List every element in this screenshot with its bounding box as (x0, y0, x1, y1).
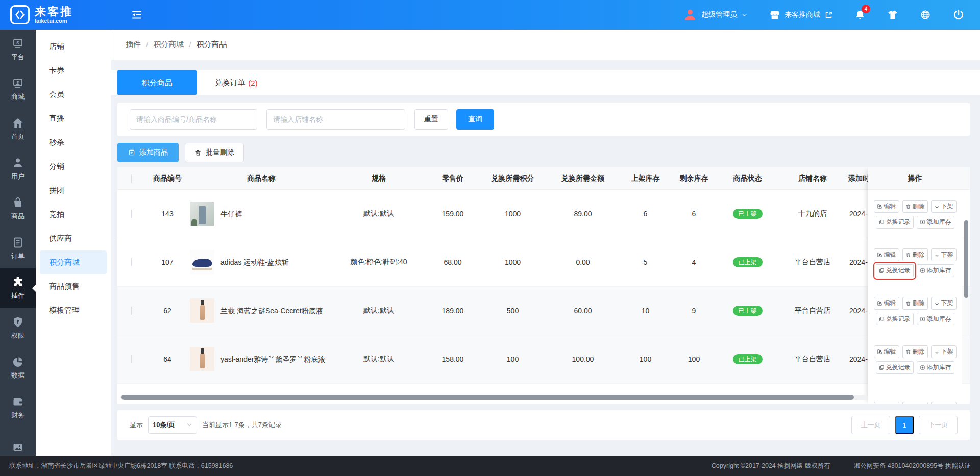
exchange-records-button[interactable]: 兑换记录 (876, 216, 914, 229)
breadcrumb-plugins[interactable]: 插件 (126, 40, 141, 49)
submenu-item-auction[interactable]: 竞拍 (40, 203, 107, 227)
edit-button[interactable]: 编辑 (874, 248, 899, 261)
notifications-button[interactable]: 4 (854, 9, 866, 20)
vertical-scrollbar-thumb[interactable] (964, 220, 968, 298)
clipboard-icon (12, 236, 24, 248)
sidebar-item-orders[interactable]: 订单 (0, 229, 36, 268)
cell-points: 1000 (481, 210, 545, 218)
exchange-records-button[interactable]: 兑换记录 (876, 313, 914, 325)
product-thumbnail (190, 202, 214, 226)
off-shelf-button[interactable]: 下架 (931, 200, 957, 213)
exchange-records-button[interactable]: 兑换记录 (876, 361, 914, 374)
horizontal-scrollbar[interactable] (120, 395, 868, 400)
sidebar-item-home[interactable]: 首页 (0, 109, 36, 149)
cell-stock-left: 9 (670, 307, 718, 315)
admin-user-menu[interactable]: 超级管理员 (683, 8, 748, 22)
sidebar-item-permissions[interactable]: 权限 (0, 308, 36, 348)
sidebar-item-goods[interactable]: 商品 (0, 189, 36, 229)
page-size-select[interactable]: 10条/页 (148, 416, 197, 434)
prev-page-button[interactable]: 上一页 (851, 416, 890, 434)
edit-button[interactable]: 编辑 (874, 402, 899, 404)
add-stock-button[interactable]: 添加库存 (917, 313, 954, 325)
sidebar-item-users[interactable]: 用户 (0, 149, 36, 189)
off-shelf-button[interactable]: 下架 (931, 402, 957, 404)
table-toolbar: 添加商品 批量删除 (117, 143, 970, 162)
shop-search-input[interactable] (266, 109, 405, 130)
submenu-item-points-mall[interactable]: 积分商城 (40, 250, 107, 274)
select-all-checkbox[interactable] (131, 174, 132, 183)
submenu-item-store[interactable]: 店铺 (40, 35, 107, 59)
footer-police-record[interactable]: 湘公网安备 43010402000895号 执照认证 (854, 462, 971, 470)
submenu-item-coupons[interactable]: 卡券 (40, 59, 107, 83)
submenu-item-live[interactable]: 直播 (40, 107, 107, 131)
cell-product-id: 62 (145, 307, 190, 315)
off-shelf-button[interactable]: 下架 (931, 345, 957, 358)
off-shelf-button[interactable]: 下架 (931, 297, 957, 310)
globe-icon (920, 9, 931, 20)
row-checkbox[interactable] (131, 307, 132, 315)
submenu-item-presale[interactable]: 商品预售 (40, 274, 107, 298)
submenu-item-templates[interactable]: 模板管理 (40, 298, 107, 322)
edit-button[interactable]: 编辑 (874, 200, 899, 213)
tab-exchange-orders[interactable]: 兑换订单 (2) (197, 70, 276, 95)
sidebar-item-plugins[interactable]: 插件 (0, 268, 36, 308)
brand-logo[interactable]: 来客推 laiketui.com (0, 5, 111, 24)
product-thumbnail (190, 250, 214, 274)
breadcrumb-points-mall[interactable]: 积分商城 (153, 40, 184, 49)
edit-button[interactable]: 编辑 (874, 297, 899, 310)
exchange-records-button-highlighted[interactable]: 兑换记录 (876, 264, 914, 277)
row-checkbox[interactable] (131, 210, 132, 218)
delete-button[interactable]: 删除 (902, 402, 928, 404)
sidebar-item-mall[interactable]: 商城 (0, 69, 36, 109)
sidebar-item-data[interactable]: 数据 (0, 348, 36, 388)
horizontal-scrollbar-thumb[interactable] (121, 395, 854, 400)
sidebar-item-finance[interactable]: 财务 (0, 388, 36, 428)
theme-button[interactable] (887, 9, 898, 20)
cell-stock-on: 5 (621, 258, 670, 266)
sidebar-item-platform[interactable]: 平台 (0, 30, 36, 69)
wallet-icon (12, 395, 24, 408)
tab-points-goods[interactable]: 积分商品 (117, 70, 197, 95)
search-button[interactable]: 查询 (456, 109, 494, 130)
batch-delete-button[interactable]: 批量删除 (185, 143, 244, 162)
delete-button[interactable]: 删除 (902, 200, 928, 213)
next-page-button[interactable]: 下一页 (919, 416, 958, 434)
edit-button[interactable]: 编辑 (874, 345, 899, 358)
logout-button[interactable] (952, 9, 965, 21)
row-checkbox[interactable] (131, 258, 132, 266)
submenu-item-supplier[interactable]: 供应商 (40, 227, 107, 250)
row-checkbox[interactable] (131, 355, 132, 363)
header-stock-left: 剩余库存 (670, 174, 718, 183)
trash-icon (905, 300, 911, 306)
reset-button[interactable]: 重置 (414, 109, 448, 130)
add-stock-button[interactable]: 添加库存 (917, 361, 954, 374)
delete-button[interactable]: 删除 (902, 345, 928, 358)
delete-button[interactable]: 删除 (902, 248, 928, 261)
submenu-item-flash-sale[interactable]: 秒杀 (40, 131, 107, 155)
secondary-sidebar: 店铺 卡券 会员 直播 秒杀 分销 拼团 竞拍 供应商 积分商城 商品预售 模板… (36, 30, 111, 456)
language-button[interactable] (920, 9, 931, 20)
product-search-input[interactable] (130, 109, 257, 130)
edit-icon (877, 252, 883, 258)
cell-stock-left: 4 (670, 258, 718, 266)
sidebar-item-media[interactable] (0, 428, 36, 456)
trash-icon (194, 149, 202, 156)
submenu-item-group-buy[interactable]: 拼团 (40, 179, 107, 203)
footer-address: 联系地址：湖南省长沙市岳麓区绿地中央广场6栋2018室 联系电话：6159816… (9, 462, 233, 470)
page-number-button[interactable]: 1 (895, 416, 914, 434)
submenu-item-members[interactable]: 会员 (40, 83, 107, 107)
add-product-button[interactable]: 添加商品 (117, 143, 179, 162)
off-shelf-button[interactable]: 下架 (931, 248, 957, 261)
cell-stock-on: 6 (621, 210, 670, 218)
add-stock-button[interactable]: 添加库存 (917, 264, 954, 277)
plus-square-icon (920, 365, 925, 370)
delete-button[interactable]: 删除 (902, 297, 928, 310)
sidebar-collapse-icon[interactable] (131, 9, 143, 21)
down-arrow-icon (934, 300, 940, 306)
cell-points: 500 (481, 307, 545, 315)
submenu-item-distribution[interactable]: 分销 (40, 155, 107, 179)
vertical-scrollbar[interactable] (964, 191, 968, 401)
mall-link[interactable]: 来客推商城 (769, 9, 833, 20)
add-stock-button[interactable]: 添加库存 (917, 216, 954, 229)
cell-spec: 默认:默认 (333, 306, 425, 315)
